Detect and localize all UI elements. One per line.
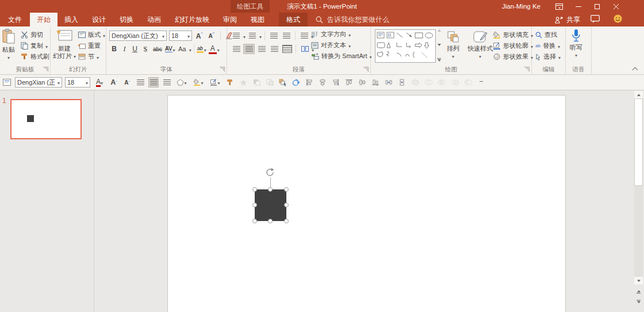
qat-send-backward-button[interactable] [264, 77, 275, 87]
qat-distribute-horizontally-button[interactable] [384, 77, 394, 87]
qat-group-button[interactable] [397, 77, 407, 87]
rotation-handle[interactable] [265, 168, 275, 180]
new-slide-button[interactable]: 新建 幻灯片 [53, 29, 76, 60]
text-shadow-button[interactable]: S [140, 45, 150, 54]
align-text-button[interactable]: 对齐文本 [311, 40, 371, 51]
font-size-combo[interactable]: 18 [169, 31, 192, 41]
qat-align-objects-center-button[interactable] [317, 77, 328, 87]
gallery-scroll-up-button[interactable] [438, 29, 441, 32]
qat-font-name-combo[interactable]: DengXian (正 [15, 77, 62, 87]
line-spacing-button[interactable] [298, 31, 310, 41]
next-slide-button[interactable] [634, 298, 643, 305]
resize-handle-ne[interactable] [284, 187, 289, 192]
decrease-indent-button[interactable] [268, 31, 279, 41]
align-center-button[interactable] [243, 44, 255, 54]
tab-transitions[interactable]: 切换 [113, 13, 140, 26]
qat-reorder-objects-button[interactable] [278, 77, 288, 87]
format-painter-button[interactable]: 格式刷 [21, 51, 49, 62]
qat-format-painter-button[interactable] [225, 77, 235, 87]
arrange-button[interactable]: 排列 [446, 30, 461, 60]
bullets-button[interactable] [231, 31, 242, 41]
qat-align-objects-left-button[interactable] [304, 77, 315, 87]
highlight-color-button[interactable]: ab [197, 45, 204, 53]
text-direction-button[interactable]: 文字方向 [311, 29, 371, 40]
resize-handle-sw[interactable] [252, 219, 257, 223]
shape-effects-button[interactable]: 形状效果 [493, 51, 533, 62]
align-right-button[interactable] [256, 44, 267, 54]
qat-merge-fragment-button[interactable] [436, 77, 447, 87]
resize-handle-w[interactable] [252, 203, 257, 207]
tab-home[interactable]: 开始 [30, 13, 57, 26]
numbering-button[interactable] [247, 31, 258, 41]
scroll-up-button[interactable] [634, 91, 643, 98]
tab-slideshow[interactable]: 幻灯片放映 [168, 13, 216, 26]
tell-me-box[interactable]: 告诉我你想要做什么 [316, 13, 389, 26]
scrollbar-thumb[interactable] [634, 98, 643, 186]
resize-handle-nw[interactable] [252, 187, 257, 192]
resize-handle-n[interactable] [268, 187, 273, 192]
cut-button[interactable]: 剪切 [21, 29, 49, 40]
tab-view[interactable]: 视图 [244, 13, 271, 26]
gallery-more-button[interactable] [437, 58, 441, 62]
selected-rectangle-shape[interactable] [255, 189, 286, 221]
columns-button[interactable] [299, 44, 310, 54]
qat-shape-outline-button[interactable] [208, 77, 222, 87]
qat-rotate-button[interactable] [291, 77, 301, 87]
increase-indent-button[interactable] [281, 31, 292, 41]
resize-handle-s[interactable] [268, 219, 273, 223]
align-left-button[interactable] [231, 44, 242, 54]
qat-shrink-font-button[interactable]: Aˇ [122, 77, 132, 87]
bold-button[interactable]: B [109, 45, 119, 53]
qat-animation-star-button[interactable] [238, 77, 248, 87]
collapse-ribbon-button[interactable] [630, 66, 639, 73]
layout-button[interactable]: 版式 [78, 29, 105, 40]
dictate-button[interactable]: 听写 [570, 29, 582, 59]
qat-align-left-button[interactable] [135, 77, 145, 87]
justify-button[interactable] [269, 44, 280, 54]
tab-file[interactable]: 文件 [0, 13, 30, 26]
strikethrough-button[interactable]: abc [151, 46, 164, 52]
tab-design[interactable]: 设计 [85, 13, 113, 26]
textbox-icon[interactable] [2, 77, 12, 87]
find-button[interactable]: 查找 [535, 29, 561, 40]
scroll-down-button[interactable] [634, 277, 643, 284]
shape-fill-button[interactable]: 形状填充 [493, 29, 533, 40]
qat-change-shape-button[interactable] [175, 77, 189, 87]
qat-align-objects-bottom-button[interactable] [370, 77, 381, 87]
slide-canvas[interactable] [167, 95, 566, 312]
paragraph-dialog-launcher[interactable] [363, 67, 369, 72]
replace-button[interactable]: ab 替换 [535, 40, 561, 51]
tab-animations[interactable]: 动画 [140, 13, 168, 26]
gallery-scroll-down-button[interactable] [438, 44, 441, 46]
select-button[interactable]: 选择 [535, 51, 561, 62]
qat-align-objects-right-button[interactable] [331, 77, 341, 87]
ribbon-display-options-button[interactable] [550, 0, 569, 13]
resize-handle-e[interactable] [284, 203, 289, 207]
qat-shape-fill-button[interactable] [191, 77, 205, 87]
qat-font-color-button[interactable]: A [93, 77, 106, 87]
qat-align-center-button[interactable] [148, 77, 159, 87]
previous-slide-button[interactable] [634, 288, 643, 295]
grow-font-button[interactable]: Aˆ [194, 32, 204, 40]
tab-review[interactable]: 审阅 [216, 13, 244, 26]
qat-align-objects-middle-button[interactable] [357, 77, 367, 87]
feedback-smiley-button[interactable] [614, 14, 622, 25]
qat-overflow-button[interactable] [476, 77, 486, 87]
reset-button[interactable]: 重置 [78, 40, 105, 51]
convert-smartart-button[interactable]: 转换为 SmartArt [311, 51, 371, 62]
distribute-text-button[interactable] [281, 44, 293, 54]
clipboard-dialog-launcher[interactable] [43, 67, 48, 72]
quick-styles-button[interactable]: 快速样式 [467, 30, 493, 60]
paste-button[interactable]: 粘贴 [2, 29, 16, 62]
qat-merge-intersect-button[interactable] [450, 77, 460, 87]
qat-align-objects-top-button[interactable] [344, 77, 354, 87]
close-button[interactable] [607, 0, 626, 13]
minimize-button[interactable] [569, 0, 588, 13]
slide-thumbnail[interactable] [10, 99, 82, 139]
panel-divider[interactable] [94, 90, 94, 312]
tab-format[interactable]: 格式 [279, 13, 308, 26]
drawing-dialog-launcher[interactable] [524, 67, 530, 72]
qat-merge-combine-button[interactable] [423, 77, 434, 87]
font-dialog-launcher[interactable] [220, 67, 225, 72]
change-case-button[interactable]: Aa [176, 45, 189, 52]
